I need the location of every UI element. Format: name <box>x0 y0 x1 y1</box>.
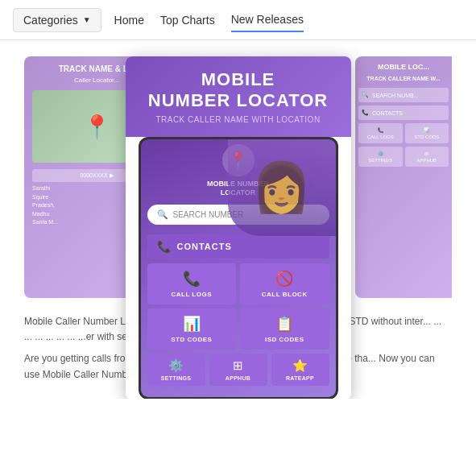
nav-top-charts[interactable]: Top Charts <box>160 9 215 31</box>
settings-icon: ⚙️ <box>168 358 184 373</box>
categories-dropdown[interactable]: Categories ▼ <box>13 8 101 32</box>
rateapp-icon: ⭐ <box>292 358 308 373</box>
right-call-logs-btn[interactable]: 📞 CALL LOGS <box>358 123 403 143</box>
right-settings-icon: ⚙️ <box>378 151 383 156</box>
main-buttons-grid: 📞 CALL LOGS 🚫 CALL BLOCK 📊 STD CODES <box>147 263 329 350</box>
right-call-logs-icon: 📞 <box>378 127 383 133</box>
apphub-button[interactable]: ⊞ APPHUB <box>209 354 267 386</box>
apphub-icon: ⊞ <box>233 358 243 373</box>
right-app-card[interactable]: MOBILE LOC... TRACK CALLER NAME W... 🔍 S… <box>355 56 452 298</box>
right-card-title: MOBILE LOC... <box>378 63 429 71</box>
menu-buttons: 📞 CONTACTS 📞 CALL LOGS 🚫 CALL BLOC <box>141 231 336 392</box>
right-std-icon: 📊 <box>424 127 429 133</box>
modal-header: MOBILE NUMBER LOCATOR TRACK CALLER NAME … <box>126 56 351 137</box>
person-overlay: 👩 <box>228 139 335 236</box>
right-btn-grid: 📞 CALL LOGS 📊 STD CODS <box>358 123 449 143</box>
phone-mockup: 👩 📍 MOBILE NUMBER LOCATOR 🔍 SEARCH NUMB <box>139 137 338 399</box>
categories-label: Categories <box>23 14 78 27</box>
navigation-bar: Categories ▼ Home Top Charts New Release… <box>0 0 476 40</box>
map-pin-icon: 📍 <box>83 114 111 140</box>
isd-codes-icon: 📋 <box>275 315 293 333</box>
call-logs-button[interactable]: 📞 CALL LOGS <box>147 263 237 304</box>
dropdown-arrow-icon: ▼ <box>83 15 91 24</box>
isd-codes-button[interactable]: 📋 ISD CODES <box>240 308 329 350</box>
right-btn-grid-2: ⚙️ SETTINGS ⊞ APPHUB <box>358 147 449 167</box>
right-card-subtitle: TRACK CALLER NAME W... <box>366 76 440 81</box>
search-icon: 🔍 <box>157 209 168 220</box>
isd-codes-label: ISD CODES <box>265 336 304 343</box>
call-block-label: CALL BLOCK <box>262 291 308 298</box>
std-codes-label: STD CODES <box>171 336 212 343</box>
app-cards-row: TRACK NAME & L... Caller Locator... 📍 00… <box>24 56 452 298</box>
rateapp-label: RATEAPP <box>286 375 314 381</box>
right-search-btn[interactable]: 🔍 SEARCH NUMB... <box>358 88 449 102</box>
std-codes-icon: 📊 <box>183 315 201 333</box>
right-search-icon: 🔍 <box>362 92 369 98</box>
contacts-label: CONTACTS <box>177 242 232 251</box>
left-card-subtitle: Caller Locator... <box>74 77 119 84</box>
apphub-label: APPHUB <box>226 375 250 381</box>
std-codes-button[interactable]: 📊 STD CODES <box>147 308 237 350</box>
contacts-bar[interactable]: 📞 CONTACTS <box>147 234 329 259</box>
modal-overlay: MOBILE NUMBER LOCATOR TRACK CALLER NAME … <box>126 56 351 399</box>
call-block-icon: 🚫 <box>275 270 293 288</box>
person-icon: 👩 <box>251 159 312 216</box>
contacts-icon: 📞 <box>157 240 171 253</box>
rateapp-button[interactable]: ⭐ RATEAPP <box>271 354 329 386</box>
settings-label: SETTINGS <box>161 375 191 381</box>
modal-title: MOBILE NUMBER LOCATOR <box>139 69 338 112</box>
right-apphub-icon: ⊞ <box>424 151 428 156</box>
right-contacts-icon: 📞 <box>362 110 369 116</box>
bottom-buttons-grid: ⚙️ SETTINGS ⊞ APPHUB ⭐ RATEAPP <box>147 354 329 386</box>
settings-button[interactable]: ⚙️ SETTINGS <box>147 354 205 386</box>
right-apphub-btn[interactable]: ⊞ APPHUB <box>405 147 449 167</box>
left-card-title: TRACK NAME & L... <box>59 64 135 73</box>
modal-subtitle: TRACK CALLER NAME WITH LOCATION <box>139 115 338 124</box>
nav-home[interactable]: Home <box>114 9 144 31</box>
call-logs-icon: 📞 <box>183 270 201 288</box>
right-contacts-btn[interactable]: 📞 CONTACTS <box>358 106 449 120</box>
right-std-codes-btn[interactable]: 📊 STD CODS <box>405 123 449 143</box>
call-logs-label: CALL LOGS <box>171 291 212 298</box>
call-block-button[interactable]: 🚫 CALL BLOCK <box>240 263 329 304</box>
phone-screen: 👩 📍 MOBILE NUMBER LOCATOR 🔍 SEARCH NUMB <box>141 139 336 397</box>
right-card-buttons: 🔍 SEARCH NUMB... 📞 CONTACTS 📞 CALL LOGS … <box>358 88 449 167</box>
nav-new-releases[interactable]: New Releases <box>231 8 304 32</box>
main-content: TRACK NAME & L... Caller Locator... 📍 00… <box>0 40 476 399</box>
right-settings-btn[interactable]: ⚙️ SETTINGS <box>358 147 403 167</box>
